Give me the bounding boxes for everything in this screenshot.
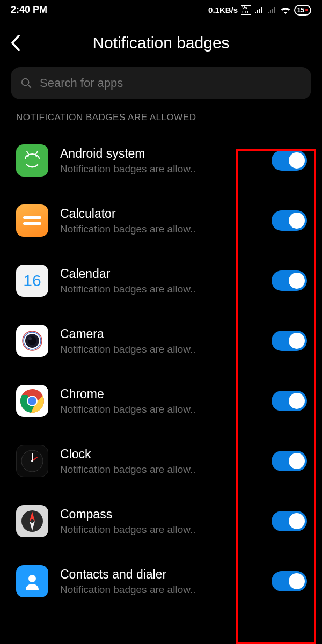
- list-item[interactable]: Camera Notification badges are allow..: [0, 311, 322, 371]
- svg-rect-7: [23, 222, 41, 225]
- volte-icon: VoLTE: [241, 5, 251, 15]
- list-item[interactable]: Clock Notification badges are allow..: [0, 431, 322, 491]
- toggle-switch[interactable]: [272, 270, 307, 291]
- toggle-switch[interactable]: [272, 391, 307, 411]
- svg-point-23: [28, 575, 36, 582]
- svg-line-1: [28, 85, 31, 88]
- svg-line-5: [36, 151, 38, 154]
- app-subtitle: Notification badges are allow..: [60, 524, 260, 536]
- search-box[interactable]: [11, 67, 311, 99]
- list-item[interactable]: Contacts and dialer Notification badges …: [0, 551, 322, 611]
- app-subtitle: Notification badges are allow..: [60, 343, 260, 355]
- search-icon: [20, 77, 32, 89]
- list-item[interactable]: Android system Notification badges are a…: [0, 130, 322, 191]
- svg-point-19: [31, 460, 33, 462]
- app-name: Contacts and dialer: [60, 567, 260, 582]
- list-item[interactable]: 16 Calendar Notification badges are allo…: [0, 251, 322, 311]
- status-net-speed: 0.1KB/s: [208, 5, 238, 14]
- svg-rect-6: [23, 216, 41, 219]
- calendar-icon: 16: [16, 265, 48, 297]
- toggle-switch[interactable]: [272, 451, 307, 471]
- wifi-icon: [280, 6, 291, 14]
- toggle-switch[interactable]: [272, 150, 307, 171]
- search-input[interactable]: [40, 76, 302, 90]
- list-item[interactable]: Chrome Notification badges are allow..: [0, 371, 322, 431]
- list-item[interactable]: Calculator Notification badges are allow…: [0, 191, 322, 251]
- signal-2-icon: [267, 6, 277, 14]
- page-title: Notification badges: [11, 34, 311, 52]
- app-subtitle: Notification badges are allow..: [60, 464, 260, 475]
- app-name: Camera: [60, 327, 260, 341]
- app-subtitle: Notification badges are allow..: [60, 584, 260, 596]
- status-right: 0.1KB/s VoLTE 15: [208, 5, 311, 16]
- list-item[interactable]: Compass Notification badges are allow..: [0, 491, 322, 551]
- status-bar: 2:40 PM 0.1KB/s VoLTE 15: [0, 0, 322, 18]
- app-name: Calendar: [60, 267, 260, 281]
- app-name: Chrome: [60, 387, 260, 401]
- battery-icon: 15: [294, 5, 311, 16]
- app-name: Calculator: [60, 207, 260, 221]
- clock-icon: [16, 445, 48, 477]
- toggle-switch[interactable]: [272, 511, 307, 531]
- svg-point-12: [28, 337, 32, 340]
- android-icon: [16, 144, 48, 177]
- calculator-icon: [16, 204, 48, 237]
- app-subtitle: Notification badges are allow..: [60, 163, 260, 175]
- app-name: Compass: [60, 507, 260, 522]
- header: Notification badges: [0, 18, 322, 63]
- toggle-switch[interactable]: [272, 571, 307, 591]
- app-name: Clock: [60, 447, 260, 462]
- toggle-switch[interactable]: [272, 210, 307, 231]
- app-subtitle: Notification badges are allow..: [60, 404, 260, 415]
- signal-icon: [254, 6, 264, 14]
- battery-level: 15: [297, 6, 304, 14]
- section-label: NOTIFICATION BADGES ARE ALLOWED: [0, 112, 322, 130]
- svg-point-15: [28, 397, 36, 405]
- app-subtitle: Notification badges are allow..: [60, 283, 260, 295]
- chrome-icon: [16, 385, 48, 417]
- status-time: 2:40 PM: [11, 4, 47, 16]
- contacts-icon: [16, 565, 48, 597]
- app-subtitle: Notification badges are allow..: [60, 223, 260, 235]
- camera-icon: [16, 325, 48, 357]
- compass-icon: [16, 505, 48, 537]
- toggle-switch[interactable]: [272, 331, 307, 351]
- calendar-date: 16: [23, 272, 41, 290]
- app-list: Android system Notification badges are a…: [0, 130, 322, 611]
- app-name: Android system: [60, 147, 260, 161]
- svg-line-4: [27, 151, 28, 154]
